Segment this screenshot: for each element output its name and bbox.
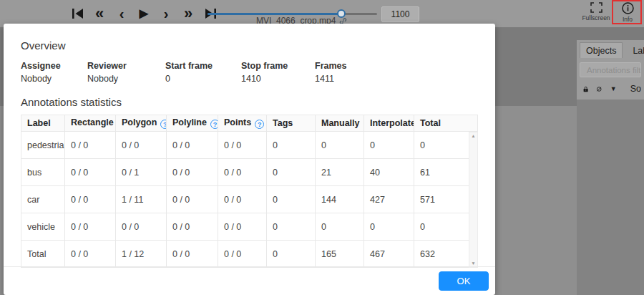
table-row: bus0 / 00 / 10 / 00 / 00214061 (21, 159, 478, 186)
info-label: Info (623, 16, 633, 23)
table-cell: 0 (267, 241, 316, 268)
overview-title: Overview (21, 39, 478, 52)
annotations-filter-input[interactable]: Annotations filter (580, 62, 641, 77)
table-scrollbar[interactable]: ▲ ▼ (469, 132, 478, 268)
chevron-down-icon[interactable]: ▼ (610, 85, 617, 92)
info-button[interactable]: Info (611, 2, 644, 23)
fullscreen-button[interactable]: Fullscreen (580, 2, 613, 21)
table-cell: 0 / 0 (167, 159, 218, 186)
help-icon[interactable]: ? (210, 120, 218, 129)
field-label: Frames (315, 61, 401, 71)
eye-off-icon[interactable] (596, 84, 602, 94)
table-cell: 144 (316, 186, 364, 213)
column-header: Polygon? (116, 115, 167, 132)
table-cell: 21 (316, 159, 364, 186)
table-cell: 0 / 0 (167, 132, 218, 159)
column-header: Manually (316, 115, 364, 132)
play-icon: ▶ (140, 8, 148, 19)
column-header-label: Total (420, 118, 441, 128)
table-cell: 0 (267, 213, 316, 241)
column-header-label: Tags (273, 118, 293, 128)
overview-fields: AssigneeNobodyReviewerNobodyStart frame0… (21, 61, 478, 84)
column-header-label: Polyline (172, 117, 207, 127)
play-button[interactable]: ▶ (137, 4, 151, 23)
scroll-up-icon[interactable]: ▲ (471, 134, 475, 139)
column-header-label: Interpolated (370, 118, 414, 128)
info-icon (622, 2, 634, 14)
table-cell: 1 / 12 (116, 241, 167, 268)
column-header: Total (414, 115, 478, 132)
help-icon[interactable]: ? (255, 120, 264, 129)
overview-field: Frames1411 (315, 61, 401, 84)
table-row: pedestrian0 / 00 / 00 / 00 / 00000 (21, 132, 478, 159)
stats-table: LabelRectangle?Polygon?Polyline?Points?T… (21, 115, 478, 268)
frame-number-input[interactable] (381, 6, 419, 22)
previous-frame-icon: ‹ (119, 6, 125, 21)
scroll-down-icon[interactable]: ▼ (471, 261, 475, 266)
table-cell: 0 / 1 (116, 159, 167, 186)
table-cell: 0 (316, 213, 364, 241)
table-cell: 0 (267, 159, 316, 186)
overview-field: Stop frame1410 (241, 61, 315, 84)
table-cell: 0 / 0 (218, 213, 267, 241)
table-cell: 0 / 0 (167, 241, 218, 268)
column-header: Tags (267, 115, 316, 132)
job-info-modal: Overview AssigneeNobodyReviewerNobodySta… (4, 24, 495, 295)
column-header-label: Manually (321, 118, 360, 128)
table-cell: 0 / 0 (116, 213, 167, 241)
sort-control[interactable]: So (630, 84, 641, 94)
slider-fill (208, 13, 341, 15)
column-header: Interpolated (364, 115, 414, 132)
fullscreen-label: Fullscreen (582, 14, 610, 21)
tab-objects[interactable]: Objects (580, 42, 623, 58)
column-header: Points? (218, 115, 267, 132)
forward-jump-button[interactable]: » (181, 4, 195, 23)
filter-placeholder: Annotations filter (587, 66, 641, 74)
first-frame-button[interactable] (70, 4, 84, 23)
backward-jump-button[interactable]: « (92, 4, 107, 23)
field-label: Reviewer (87, 61, 165, 71)
field-value: 1410 (241, 74, 315, 84)
table-row: car0 / 01 / 110 / 00 / 00144427571 (21, 186, 478, 213)
ok-button[interactable]: OK (439, 271, 489, 291)
help-icon[interactable]: ? (160, 120, 166, 129)
stats-table-body: pedestrian0 / 00 / 00 / 00 / 00000bus0 /… (21, 132, 478, 268)
table-cell: 0 (364, 132, 414, 159)
table-cell: 0 / 0 (65, 213, 116, 241)
column-header-label: Rectangle (71, 117, 114, 127)
sidebar-header: Objects Labels Annotations filter ▼ So (577, 40, 644, 100)
table-cell: 0 / 0 (65, 241, 116, 268)
sidebar-toolbar: ▼ So (580, 84, 641, 94)
table-cell: 0 / 0 (65, 132, 116, 159)
next-frame-button[interactable]: › (159, 4, 173, 23)
table-cell: Total (21, 241, 65, 268)
backward-jump-icon: « (95, 6, 104, 21)
table-cell: 1 / 11 (116, 186, 167, 213)
field-value: Nobody (21, 74, 87, 84)
tab-labels[interactable]: Labels (623, 43, 644, 58)
table-cell: 0 / 0 (218, 186, 267, 213)
previous-frame-button[interactable]: ‹ (114, 4, 129, 23)
table-cell: 40 (364, 159, 414, 186)
first-frame-icon (72, 9, 83, 19)
lock-icon[interactable] (583, 84, 588, 94)
table-cell: bus (21, 159, 65, 186)
table-cell: 467 (364, 241, 414, 268)
table-cell: 0 (267, 186, 316, 213)
table-cell: 0 (267, 132, 316, 159)
modal-footer: OK (4, 266, 495, 295)
column-header: Label (21, 115, 65, 132)
table-cell: 165 (316, 241, 364, 268)
stats-table-wrap: LabelRectangle?Polygon?Polyline?Points?T… (21, 115, 478, 268)
column-header: Polyline? (167, 115, 218, 132)
forward-jump-icon: » (184, 6, 192, 21)
field-value: 0 (165, 74, 241, 84)
table-cell: pedestrian (21, 132, 65, 159)
sidebar-spacer (577, 27, 644, 40)
objects-sidebar: Objects Labels Annotations filter ▼ So (577, 27, 644, 295)
field-label: Assignee (21, 61, 87, 71)
table-cell: 0 / 0 (65, 159, 116, 186)
table-cell: car (21, 186, 65, 213)
column-header-label: Points (224, 117, 251, 127)
table-cell: 0 / 0 (218, 132, 267, 159)
